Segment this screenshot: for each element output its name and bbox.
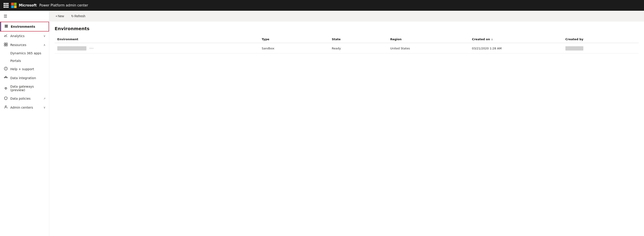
help-icon: ?: [4, 67, 8, 71]
app-title: Power Platform admin center: [40, 3, 88, 7]
refresh-label: Refresh: [74, 14, 85, 18]
sidebar-item-dynamics365[interactable]: Dynamics 365 apps: [0, 49, 49, 57]
svg-rect-4: [4, 43, 6, 44]
sidebar-item-data-gateways[interactable]: Data gateways (preview): [0, 83, 49, 94]
topbar: Microsoft Power Platform admin center: [0, 0, 644, 11]
sidebar-item-data-policies[interactable]: Data policies ↗: [0, 94, 49, 103]
cell-created-by: [563, 43, 639, 54]
sidebar-item-analytics[interactable]: Analytics ∨: [0, 31, 49, 40]
col-state[interactable]: State: [329, 36, 388, 43]
sidebar-policies-label: Data policies: [10, 97, 41, 100]
svg-rect-15: [5, 88, 6, 89]
sidebar-item-data-integration[interactable]: Data integration: [0, 74, 49, 83]
table-body: ··· Sandbox Ready United States: [54, 43, 639, 54]
svg-point-11: [6, 77, 8, 78]
main-content: + New ↻ Refresh Environments Environment: [49, 11, 644, 236]
analytics-chevron-icon: ∨: [44, 34, 46, 37]
admin-icon: ✦: [4, 105, 8, 110]
svg-point-13: [5, 76, 6, 77]
sidebar-environments-label: Environments: [11, 25, 45, 28]
svg-rect-1: [5, 26, 8, 27]
row-more-button[interactable]: ···: [88, 46, 95, 51]
created-by-name: [566, 46, 583, 50]
brand-name: Microsoft: [19, 3, 37, 7]
table-row: ··· Sandbox Ready United States: [54, 43, 639, 54]
svg-rect-0: [5, 25, 8, 25]
svg-rect-7: [6, 45, 8, 46]
sidebar-item-help[interactable]: ? Help + support: [0, 65, 49, 74]
environments-table: Environment Type State Region Created on: [54, 36, 639, 54]
page-title: Environments: [54, 26, 639, 31]
sidebar-item-portals[interactable]: Portals: [0, 57, 49, 65]
gateway-icon: [4, 86, 8, 91]
svg-rect-5: [6, 43, 8, 44]
new-label: New: [58, 14, 64, 18]
environment-name[interactable]: [57, 46, 86, 50]
waffle-menu[interactable]: [4, 3, 8, 8]
cell-state: Ready: [329, 43, 388, 54]
resources-chevron-icon: ∧: [44, 43, 46, 46]
col-created-on[interactable]: Created on ↓: [469, 36, 562, 43]
sidebar-dynamics365-label: Dynamics 365 apps: [10, 51, 41, 55]
cell-environment: ···: [54, 43, 259, 54]
content-area: Environments Environment Type State: [49, 21, 644, 236]
sidebar-gateways-label: Data gateways (preview): [10, 85, 46, 92]
hamburger-button[interactable]: ☰: [0, 11, 49, 22]
sidebar-help-label: Help + support: [10, 67, 46, 71]
new-button[interactable]: + New: [54, 13, 66, 19]
resources-icon: [4, 43, 8, 47]
layout: ☰ Environments Analytics ∨: [0, 11, 644, 236]
col-region[interactable]: Region: [388, 36, 469, 43]
analytics-icon: [4, 34, 8, 38]
svg-rect-6: [4, 45, 6, 46]
col-type[interactable]: Type: [259, 36, 329, 43]
sidebar-item-environments[interactable]: Environments: [0, 22, 49, 31]
topbar-logo: Microsoft: [11, 3, 37, 8]
cell-created-on: 03/21/2020 1:28 AM: [469, 43, 562, 54]
svg-text:✦: ✦: [6, 106, 8, 108]
shield-icon: [4, 96, 8, 101]
sidebar-resources-label: Resources: [10, 43, 41, 47]
sidebar-item-resources[interactable]: Resources ∧: [0, 40, 49, 49]
col-created-by[interactable]: Created by: [563, 36, 639, 43]
external-link-icon: ↗: [44, 97, 46, 100]
sidebar: ☰ Environments Analytics ∨: [0, 11, 49, 236]
new-icon: +: [56, 14, 57, 18]
svg-point-10: [4, 77, 5, 78]
col-environment[interactable]: Environment: [54, 36, 259, 43]
sidebar-portals-label: Portals: [10, 59, 21, 63]
refresh-button[interactable]: ↻ Refresh: [70, 13, 87, 19]
sort-icon: ↓: [491, 38, 493, 41]
sidebar-item-admin-centers[interactable]: ✦ Admin centers ∨: [0, 103, 49, 112]
toolbar: + New ↻ Refresh: [49, 11, 644, 21]
sidebar-data-integration-label: Data integration: [10, 76, 46, 80]
environments-icon: [4, 24, 8, 29]
svg-text:?: ?: [5, 68, 6, 70]
table-header: Environment Type State Region Created on: [54, 36, 639, 43]
data-integration-icon: [4, 76, 8, 80]
microsoft-logo: [11, 3, 16, 8]
cell-type: Sandbox: [259, 43, 329, 54]
cell-region: United States: [388, 43, 469, 54]
admin-chevron-icon: ∨: [44, 106, 46, 109]
refresh-icon: ↻: [71, 14, 74, 18]
svg-rect-2: [5, 27, 8, 27]
sidebar-admin-label: Admin centers: [10, 106, 41, 109]
sidebar-analytics-label: Analytics: [10, 34, 41, 38]
